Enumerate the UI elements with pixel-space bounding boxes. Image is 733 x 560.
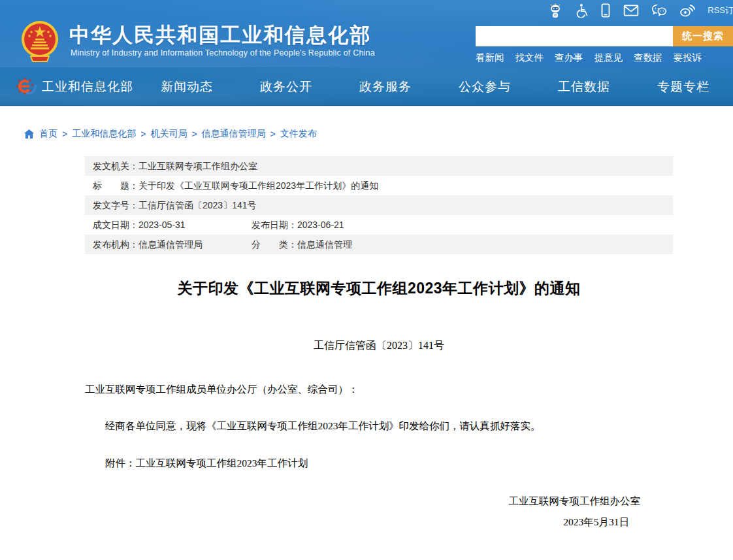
quick-link-complaint[interactable]: 要投诉 (674, 52, 702, 64)
article-date: 2023年5月31日 (85, 516, 673, 529)
site-title: 中华人民共和国工业和信息化部 (69, 22, 371, 49)
table-row: 发文机关：工业互联网专项工作组办公室 (85, 156, 673, 176)
rss-subscribe-link[interactable]: RSS订阅 (708, 5, 733, 16)
breadcrumb-departments[interactable]: 机关司局 (150, 128, 187, 140)
title-value: 关于印发《工业互联网专项工作组2023年工作计划》的通知 (138, 180, 378, 191)
publish-org-label: 发布机构： (93, 239, 138, 250)
publish-org-value: 信息通信管理局 (138, 239, 203, 250)
weibo-icon[interactable] (679, 3, 695, 18)
written-date-label: 成文日期： (93, 220, 138, 230)
breadcrumb: 首页 > 工业和信息化部 > 机关司局 > 信息通信管理局 > 文件发布 (24, 128, 733, 140)
article-title: 关于印发《工业互联网专项工作组2023年工作计划》的通知 (85, 278, 673, 299)
search-input[interactable] (476, 26, 673, 46)
national-emblem (20, 20, 60, 64)
quick-link-data[interactable]: 查数据 (634, 52, 662, 64)
breadcrumb-separator: > (270, 129, 276, 139)
article-doc-number: 工信厅信管函〔2023〕141号 (85, 339, 673, 353)
search-bar: 统一搜索 (476, 26, 733, 46)
document-info-table: 发文机关：工业互联网专项工作组办公室 标 题：关于印发《工业互联网专项工作组20… (85, 156, 673, 254)
nav-item-miit[interactable]: 工业和信息化部 (38, 78, 137, 95)
quick-link-suggest[interactable]: 提意见 (595, 52, 623, 64)
nav-item-topics[interactable]: 专题专栏 (634, 78, 733, 95)
article-paragraph: 经商各单位同意，现将《工业互联网专项工作组2023年工作计划》印发给你们，请认真… (85, 420, 673, 433)
article-attachment-line: 附件：工业互联网专项工作组2023年工作计划 (85, 457, 673, 470)
title-label: 标 题： (93, 180, 138, 191)
table-row: 成文日期：2023-05-31 发布日期：2023-06-21 (85, 215, 673, 235)
site-subtitle: Ministry of Industry and Information Tec… (71, 48, 375, 58)
article-signature: 工业互联网专项工作组办公室 (85, 495, 673, 508)
quick-link-services[interactable]: 查办事 (555, 52, 583, 64)
table-row: 发布机构：信息通信管理局 分 类：信息通信管理 (85, 235, 673, 254)
table-row: 标 题：关于印发《工业互联网专项工作组2023年工作计划》的通知 (85, 176, 673, 195)
publish-date-label: 发布日期： (252, 220, 297, 230)
mobile-icon[interactable] (600, 3, 611, 18)
issuing-agency-value: 工业互联网专项工作组办公室 (138, 161, 257, 171)
breadcrumb-miit[interactable]: 工业和信息化部 (72, 128, 136, 140)
home-icon[interactable] (24, 129, 35, 139)
breadcrumb-separator: > (140, 129, 146, 139)
nav-item-gov-open[interactable]: 政务公开 (236, 78, 336, 95)
nav-item-data[interactable]: 工信数据 (534, 78, 634, 95)
doc-number-label: 发文字号： (93, 200, 138, 210)
mail-icon[interactable] (623, 5, 639, 16)
nav-item-gov-service[interactable]: 政务服务 (336, 78, 435, 95)
breadcrumb-file-release[interactable]: 文件发布 (280, 128, 317, 140)
publish-date-value: 2023-06-21 (297, 220, 344, 230)
breadcrumb-separator: > (191, 129, 197, 139)
unified-search-button[interactable]: 统一搜索 (673, 26, 733, 46)
written-date-value: 2023-05-31 (138, 220, 186, 230)
article-body: 关于印发《工业互联网专项工作组2023年工作计划》的通知 工信厅信管函〔2023… (85, 278, 673, 529)
quick-link-news[interactable]: 看新闻 (476, 52, 504, 64)
breadcrumb-separator: > (62, 129, 67, 139)
breadcrumb-bureau[interactable]: 信息通信管理局 (202, 128, 266, 140)
wechat-icon[interactable] (651, 3, 667, 18)
breadcrumb-home[interactable]: 首页 (39, 128, 57, 140)
issuing-agency-label: 发文机关： (93, 161, 138, 171)
topbar-icons: RSS订阅 (548, 2, 733, 19)
robot-mascot-icon[interactable] (548, 3, 562, 18)
category-value: 信息通信管理 (297, 239, 352, 250)
doc-number-value: 工信厅信管函〔2023〕141号 (138, 200, 257, 210)
nav-item-news[interactable]: 新闻动态 (137, 78, 236, 95)
table-row: 发文字号：工信厅信管函〔2023〕141号 (85, 195, 673, 215)
miit-logo-icon (16, 76, 38, 98)
site-header: RSS订阅 中华人民共和国工业和信息化部 Ministry of Industr… (0, 0, 733, 67)
quick-links: 看新闻 找文件 查办事 提意见 查数据 要投诉 (476, 52, 702, 64)
article-salutation: 工业互联网专项工作组成员单位办公厅（办公室、综合司）： (85, 383, 673, 396)
category-label: 分 类： (252, 239, 297, 250)
main-nav: 工业和信息化部 新闻动态 政务公开 政务服务 公众参与 工信数据 专题专栏 (0, 67, 733, 107)
accessibility-icon[interactable] (575, 3, 588, 18)
nav-item-participation[interactable]: 公众参与 (435, 78, 534, 95)
nav-items: 工业和信息化部 新闻动态 政务公开 政务服务 公众参与 工信数据 专题专栏 (38, 78, 733, 95)
quick-link-files[interactable]: 找文件 (515, 52, 544, 64)
